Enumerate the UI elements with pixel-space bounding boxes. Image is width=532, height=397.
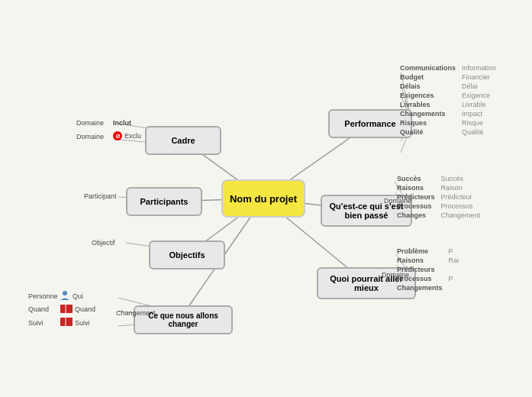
mieux-row-2-value (446, 265, 463, 274)
perf-row-2-label: Délais (397, 82, 459, 91)
perf-row-5-value: Impact (459, 109, 499, 118)
perf-row-4-value: Livrable (459, 100, 499, 109)
svg-rect-35 (60, 318, 73, 326)
perf-row-3-value: Exigence (459, 91, 499, 100)
changement-label: Changement (116, 309, 156, 317)
quand-value: Quand (75, 305, 95, 313)
mieux-row-4-value (446, 283, 463, 292)
table-row: Budget Financier (397, 73, 499, 82)
cadre-node[interactable]: Cadre (145, 126, 221, 155)
perf-row-0-label: Communications (397, 63, 459, 73)
mieux-row-0-value: P (446, 247, 463, 256)
table-row: Communications Information (397, 63, 499, 73)
exclu-label: Exclu (124, 132, 141, 140)
table-row: Qualité Qualité (397, 127, 499, 137)
perf-row-7-label: Qualité (397, 127, 459, 137)
flag-icon-suivi (60, 317, 73, 327)
suivi-value: Suivi (75, 319, 90, 327)
mieux-row-1-label: Raisons (394, 256, 446, 265)
table-row: Délais Délai (397, 82, 499, 91)
inclut-label: Inclut (113, 119, 131, 127)
exclu-node: ⊘ Exclu (113, 131, 141, 140)
table-row: Exigences Exigence (397, 91, 499, 100)
passe-row-3-value: Processus (438, 202, 484, 211)
passe-row-1-label: Raisons (394, 183, 438, 192)
perf-row-4-label: Livrables (397, 100, 459, 109)
perf-row-6-value: Risque (459, 118, 499, 127)
central-node[interactable]: Nom du projet (221, 179, 305, 218)
table-row: Changements (394, 283, 462, 292)
quoi-mieux-table-content: Problème P Raisons Rai Prédicteurs Proce… (394, 247, 462, 292)
participant-label: Participant (84, 192, 117, 200)
quand-label-left: Quand (28, 305, 49, 313)
mieux-row-1-value: Rai (446, 256, 463, 265)
domaine-label-1: Domaine (76, 119, 104, 127)
domaine-label-2: Domaine (76, 133, 104, 140)
table-row: Raisons Raison (394, 183, 483, 192)
performance-table: Communications Information Budget Financ… (397, 63, 499, 137)
perf-row-3-label: Exigences (397, 91, 459, 100)
participants-node[interactable]: Participants (126, 187, 202, 216)
table-row: Changes Changement (394, 211, 483, 220)
personne-label: Personne (28, 292, 58, 300)
svg-rect-33 (60, 305, 73, 313)
objectifs-node[interactable]: Objectifs (149, 240, 225, 270)
passe-row-4-value: Changement (438, 211, 484, 220)
perf-row-0-value: Information (459, 63, 499, 73)
passe-row-2-value: Prédicteur (438, 192, 484, 202)
passe-row-1-value: Raison (438, 183, 484, 192)
table-row: Livrables Livrable (397, 100, 499, 109)
exclu-icon: ⊘ (113, 131, 122, 140)
perf-row-6-label: Risques (397, 118, 459, 127)
table-row: Problème P (394, 247, 462, 256)
passe-row-0-label: Succès (394, 174, 438, 183)
table-row: Changements Impact (397, 109, 499, 118)
perf-row-7-value: Qualité (459, 127, 499, 137)
suivi-label: Suivi (28, 319, 44, 327)
performance-table-content: Communications Information Budget Financ… (397, 63, 499, 137)
table-row: Succès Succès (394, 174, 483, 183)
passe-row-0-value: Succès (438, 174, 484, 183)
passe-row-4-label: Changes (394, 211, 438, 220)
mieux-row-4-label: Changements (394, 283, 446, 292)
quoi-mieux-table: Problème P Raisons Rai Prédicteurs Proce… (394, 247, 462, 292)
qui-label: Qui (73, 292, 83, 300)
mieux-row-3-value: P (446, 274, 463, 283)
person-icon (60, 290, 70, 301)
perf-row-1-label: Budget (397, 73, 459, 82)
flag-icon-quand (60, 304, 73, 314)
svg-point-32 (63, 291, 67, 295)
table-row: Raisons Rai (394, 256, 462, 265)
table-row: Risques Risque (397, 118, 499, 127)
domaine-quoi-passe: Domaine (384, 197, 411, 205)
perf-row-5-label: Changements (397, 109, 459, 118)
domaine-quoi-mieux: Domaine (382, 271, 409, 279)
objectif-label: Objectif (92, 239, 115, 247)
perf-row-1-value: Financier (459, 73, 499, 82)
perf-row-2-value: Délai (459, 82, 499, 91)
mieux-row-0-label: Problème (394, 247, 446, 256)
